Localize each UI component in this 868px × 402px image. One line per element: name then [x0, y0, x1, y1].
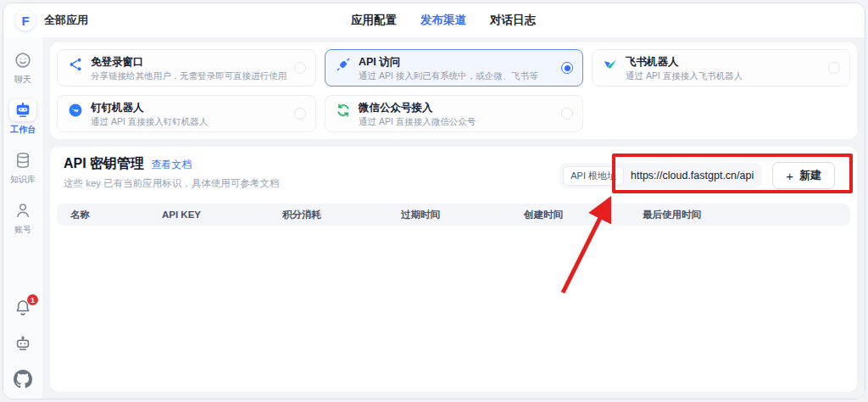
share-icon [68, 57, 83, 72]
topbar: F 全部应用 应用配置 发布渠道 对话日志 [3, 3, 865, 37]
user-icon [14, 201, 32, 220]
col-expire-time: 过期时间 [401, 209, 524, 221]
channel-card-wechat-official[interactable]: 微信公众号接入 通过 API 直接接入微信公众号 [325, 95, 583, 132]
channel-card-dingtalk-bot[interactable]: 钉钉机器人 通过 API 直接接入钉钉机器人 [57, 95, 316, 132]
card-desc: 通过 API 直接接入钉钉机器人 [91, 116, 208, 128]
top-tabs: 应用配置 发布渠道 对话日志 [351, 3, 536, 37]
col-api-key: API KEY [162, 209, 282, 220]
plug-icon [336, 57, 351, 72]
bell-icon[interactable]: 1 [14, 299, 32, 317]
card-title: 飞书机器人 [626, 56, 743, 69]
notification-badge: 1 [27, 294, 38, 305]
sidebar-item-workbench[interactable]: 工作台 [6, 99, 40, 136]
radio-selected[interactable] [561, 62, 573, 74]
card-desc: 通过 API 直接接入飞书机器人 [626, 70, 743, 82]
radio-unselected[interactable] [294, 108, 306, 120]
col-points-used: 积分消耗 [282, 209, 401, 221]
main-content: 免登录窗口 分享链接给其他用户，无需登录即可直接进行使用 API 访问 通过 A… [42, 37, 865, 399]
tab-app-config[interactable]: 应用配置 [351, 13, 397, 28]
sidebar-item-account[interactable]: 账号 [6, 199, 40, 236]
col-name: 名称 [70, 209, 162, 221]
channel-card-api-access[interactable]: API 访问 通过 API 接入到已有系统中，或企微、飞书等 [325, 49, 583, 87]
feishu-icon [603, 57, 618, 72]
api-keys-controls: API 根地址 https://cloud.fastgpt.cn/api + 新… [559, 162, 835, 189]
channel-card-feishu-bot[interactable]: 飞书机器人 通过 API 直接接入飞书机器人 [592, 49, 850, 87]
tab-chat-logs[interactable]: 对话日志 [490, 13, 536, 28]
publish-channel-cards: 免登录窗口 分享链接给其他用户，无需登录即可直接进行使用 API 访问 通过 A… [50, 42, 857, 139]
api-key-management-panel: API 密钥管理 查看文档 这些 key 已有当前应用标识，具体使用可参考文档 … [50, 147, 857, 392]
create-key-button-label: 新建 [799, 168, 821, 183]
card-desc: 通过 API 接入到已有系统中，或企微、飞书等 [359, 70, 538, 82]
api-keys-title: API 密钥管理 [64, 155, 144, 173]
sidebar-bottom: 1 [14, 299, 32, 388]
chat-icon [14, 51, 32, 70]
database-icon [14, 151, 32, 170]
create-key-button[interactable]: + 新建 [772, 162, 835, 189]
api-keys-table-body-empty [57, 226, 850, 385]
radio-unselected[interactable] [561, 108, 573, 120]
plus-icon: + [786, 170, 793, 182]
sidebar: 聊天 工作台 [3, 37, 42, 399]
view-docs-link[interactable]: 查看文档 [151, 158, 192, 172]
api-base-url-label: API 根地址 [563, 166, 624, 186]
radio-unselected[interactable] [828, 62, 840, 74]
radio-unselected[interactable] [294, 62, 306, 74]
card-title: 免登录窗口 [91, 56, 287, 69]
api-keys-description: 这些 key 已有当前应用标识，具体使用可参考文档 [64, 177, 279, 190]
card-title: 钉钉机器人 [91, 102, 208, 114]
card-title: API 访问 [359, 56, 538, 69]
api-keys-table-header: 名称 API KEY 积分消耗 过期时间 创建时间 最后使用时间 [57, 204, 850, 226]
robot-icon [14, 101, 32, 120]
bot-icon[interactable] [14, 334, 32, 353]
sidebar-item-chat[interactable]: 聊天 [6, 49, 40, 86]
card-desc: 分享链接给其他用户，无需登录即可直接进行使用 [91, 70, 287, 82]
card-title: 微信公众号接入 [359, 102, 476, 114]
wechat-icon [336, 103, 351, 118]
api-base-url-box: API 根地址 https://cloud.fastgpt.cn/api [559, 163, 762, 188]
channel-card-share-window[interactable]: 免登录窗口 分享链接给其他用户，无需登录即可直接进行使用 [57, 49, 316, 87]
dingtalk-icon [68, 103, 83, 118]
tab-publish-channels[interactable]: 发布渠道 [420, 13, 466, 28]
fastgpt-logo-icon[interactable]: F [15, 10, 36, 31]
col-last-used-time: 最后使用时间 [643, 209, 850, 221]
sidebar-item-knowledge-base[interactable]: 知识库 [6, 149, 40, 186]
api-base-url-value[interactable]: https://cloud.fastgpt.cn/api [631, 170, 754, 181]
all-apps-label[interactable]: 全部应用 [44, 13, 88, 28]
github-icon[interactable] [14, 370, 32, 388]
card-desc: 通过 API 直接接入微信公众号 [359, 116, 476, 128]
col-create-time: 创建时间 [524, 209, 643, 221]
app-window: F 全部应用 应用配置 发布渠道 对话日志 聊天 [3, 3, 865, 399]
